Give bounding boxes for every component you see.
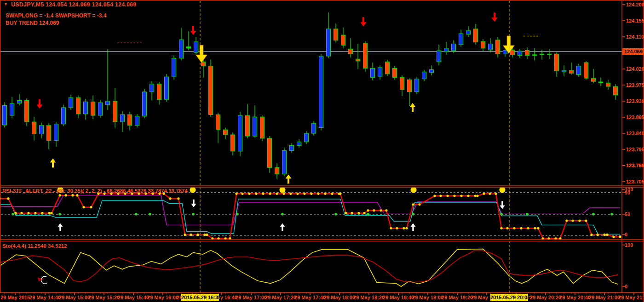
signal-arrow-up [410,223,415,231]
signal-arrow-up [410,103,416,112]
candle-body [282,150,287,174]
candle-body [10,103,14,115]
rsi-dot [235,193,237,195]
candle-body [150,84,154,92]
candle-body [503,51,507,54]
candle-body [54,124,58,141]
rsi-tick-label: 90 [625,190,630,195]
rsi-dot [34,212,36,214]
candle-body [253,117,257,136]
candle-body [459,34,463,45]
candle-body [106,101,110,105]
rsi-tick-label: 0 [625,232,627,237]
rsi-dot [58,194,61,196]
time-tick-label: 29 May 21:20 [618,295,644,300]
candle-body [98,103,103,115]
rsi-dot [27,212,29,214]
time-tick-label: 29 May 14:40 [29,295,61,300]
candle-body [481,41,485,48]
signal-arrow-up [286,175,292,184]
rsi-dot [494,193,497,195]
sto-tick-label: 0 [625,284,627,289]
signal-arrow-up [50,159,56,168]
rsi-dot [363,212,365,214]
rsi-dot [373,209,375,211]
rsi-green-dot [236,213,239,216]
rsi-green-dot [526,213,529,216]
rsi-dot [50,212,52,214]
candle-body [76,97,80,114]
rsi-indicator-label: RSI-3TF_ALERT_22 - (60; 30,35)( 2, 2, 2)… [2,188,188,194]
candle-body [341,35,345,46]
candle-body [415,79,419,92]
time-tick-label: 29 May 15:20 [88,295,120,300]
candle-body [466,31,471,34]
candle-body [577,66,581,75]
rsi-green-dot [334,213,337,216]
candle-body [511,50,515,55]
signal-arrow-down [361,17,367,26]
rsi-dot [380,209,382,211]
rsi-dot [351,212,353,214]
candle-body [334,29,338,40]
candle-body [113,101,117,122]
candle-body [187,47,191,48]
rsi-green-dot [12,213,14,216]
rsi-dot [90,206,92,208]
rsi-green-dot [367,213,369,216]
rsi-dot [48,212,50,214]
chart-header: ▼USDJPY,M5 124.054 124.069 124.054 124.0… [4,1,136,26]
candle-body [444,48,448,52]
candle-body [246,115,250,136]
sto-mark-white [41,276,47,284]
rsi-dot [64,194,67,196]
rsi-dot [596,234,598,236]
rsi-dot [367,209,369,211]
rsi-dot [241,193,243,195]
price-tick-label: 124.155 [626,18,644,23]
time-tick-label: 29 May 20:40 [559,295,591,300]
candle-body [569,70,574,73]
time-tick-label: 29 May 18:40 [383,295,414,300]
rsi-dot [433,194,436,197]
swap-info-label: SWAPLONG = -1.4 SWAPSHORT = -3.4 [6,12,136,19]
rsi-dot [177,197,179,199]
time-tick-label: 29 May 17:00 [236,295,267,300]
rsi-dot [289,193,292,195]
candle-body [533,55,537,56]
rsi-dot [276,193,278,195]
candle-body [437,51,441,62]
candle-body [592,78,596,81]
candle-body [135,116,139,125]
price-tick-label: 124.200 [626,2,644,7]
rsi-dot [324,193,326,195]
rsi-dot [14,212,17,214]
time-tick-label: 29 May 20:20 [530,295,561,300]
rsi-dot [520,227,522,229]
signal-arrow-down [190,26,196,35]
time-tick-label: 29 May 15:00 [59,295,90,300]
rsi-dot [317,193,319,195]
symbol-dropdown-icon[interactable]: ▼ [4,2,8,6]
candle-body [312,123,316,133]
candle-body [157,84,161,100]
candle-body [128,115,132,125]
candle-body [349,49,353,54]
candle-body [562,70,566,72]
chart-canvas[interactable] [0,0,644,302]
rsi-green-dot [500,213,503,216]
candle-body [356,59,360,61]
rsi-dot [169,197,171,199]
time-tick-label: 29 May 19:00 [412,295,443,300]
rsi-green-dot [135,213,138,216]
symbol-title: USDJPY,M5 124.054 124.069 124.054 124.06… [11,1,136,8]
candle-body [268,138,272,168]
candle-body [430,70,434,73]
rsi-dot [612,236,615,238]
candle-body [489,44,493,50]
rsi-dot [76,194,78,196]
candle-body [614,86,618,95]
rsi-dot [578,220,581,222]
rsi-dot [184,234,186,236]
mt4-chart-window: ▼USDJPY,M5 124.054 124.069 124.054 124.0… [0,0,644,302]
